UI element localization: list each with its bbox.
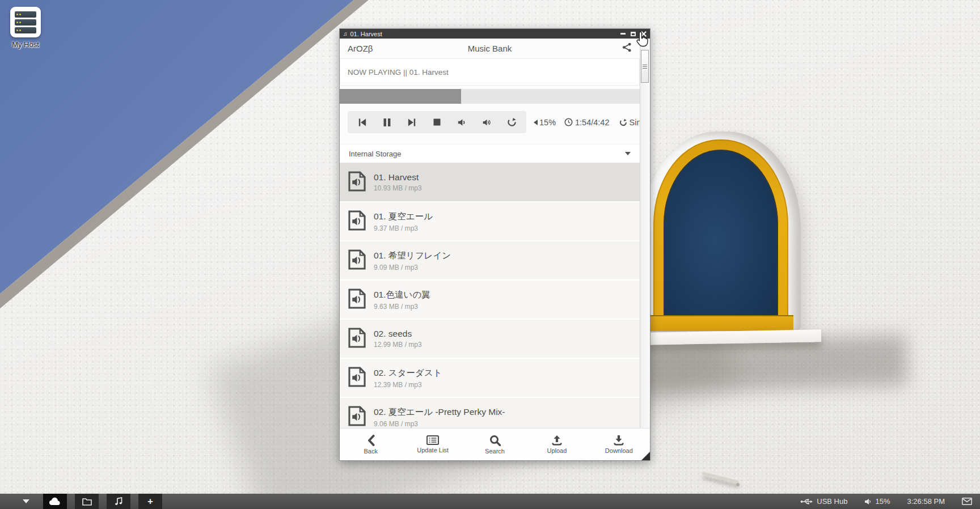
track-size: 9.37 MB / mp3 (374, 224, 433, 232)
seek-bar-fill (340, 89, 461, 104)
desktop-icon-label: My Host (6, 40, 45, 49)
taskbar-tile-add[interactable]: + (138, 494, 162, 509)
track-row[interactable]: 01.色違いの翼 9.63 MB / mp3 (340, 281, 640, 320)
usb-hub-status[interactable]: USB Hub (800, 497, 847, 506)
track-title: 01. 希望リフレイン (374, 250, 451, 262)
upload-button[interactable]: Upload (526, 429, 588, 460)
server-bar (15, 27, 36, 33)
maximize-button[interactable] (631, 32, 636, 36)
track-row[interactable]: 02. スターダスト 12.39 MB / mp3 (340, 359, 640, 398)
close-button[interactable] (641, 31, 647, 37)
folder-icon (82, 498, 92, 506)
usb-icon (800, 498, 813, 505)
storage-selector-value: Internal Storage (349, 150, 402, 158)
track-size: 12.39 MB / mp3 (374, 381, 442, 389)
track-title: 02. seeds (374, 329, 422, 339)
track-row[interactable]: 01. Harvest 10.93 MB / mp3 (340, 163, 640, 202)
back-button[interactable]: Back (340, 429, 402, 460)
volume-up-icon[interactable] (482, 117, 492, 127)
app-title: Music Bank (340, 44, 640, 53)
track-size: 10.93 MB / mp3 (374, 184, 422, 192)
wallpaper-arch-window-glass (664, 150, 778, 316)
window-titlebar[interactable]: ♫ 01. Harvest (340, 29, 650, 39)
taskbar-expand-caret-icon[interactable] (23, 499, 29, 503)
scrollbar-thumb[interactable] (641, 50, 649, 83)
search-button[interactable]: Search (464, 429, 526, 460)
track-title: 02. スターダスト (374, 367, 442, 379)
window-title: 01. Harvest (350, 31, 382, 37)
taskbar-tile-music[interactable] (107, 494, 130, 509)
track-title: 01. 夏空エール (374, 211, 433, 223)
previous-icon[interactable] (357, 117, 367, 127)
window-scrollbar[interactable] (640, 39, 650, 428)
repeat-icon (619, 118, 627, 126)
volume-triangle-icon (534, 120, 538, 125)
track-meta: 01.色違いの翼 9.63 MB / mp3 (374, 289, 430, 311)
audio-file-icon (348, 405, 366, 429)
download-icon (613, 435, 624, 446)
music-player-window: ♫ 01. Harvest Music Bank ArOZβ NOW PLA (339, 28, 650, 461)
share-icon[interactable] (622, 43, 632, 54)
server-icon (10, 7, 41, 37)
audio-file-icon (348, 288, 366, 312)
speaker-icon (864, 498, 871, 505)
wallpaper-arch-window-frame (653, 139, 788, 324)
repeat-icon[interactable] (507, 117, 517, 127)
volume-value: 15% (539, 118, 556, 127)
now-playing-text: NOW PLAYING || 01. Harvest (348, 68, 449, 77)
clock-status: 3:26:58 PM (907, 497, 945, 506)
track-title: 02. 夏空エール -Pretty Perky Mix- (374, 406, 505, 418)
update-list-button[interactable]: Update List (402, 429, 463, 460)
back-icon (367, 435, 375, 446)
stop-icon[interactable] (432, 117, 442, 127)
upload-icon (551, 435, 563, 446)
track-meta: 01. 希望リフレイン 9.09 MB / mp3 (374, 250, 451, 272)
storage-selector[interactable]: Internal Storage (340, 144, 640, 163)
update-list-label: Update List (417, 447, 449, 453)
download-button[interactable]: Download (588, 429, 650, 460)
taskbar-tile-cloud[interactable] (43, 494, 67, 509)
music-icon (115, 497, 122, 506)
clock-label: 3:26:58 PM (907, 497, 945, 506)
track-meta: 02. 夏空エール -Pretty Perky Mix- 9.06 MB / m… (374, 406, 505, 428)
taskbar: + USB Hub 15% 3:26:58 PM (0, 494, 980, 509)
usb-hub-label: USB Hub (817, 497, 847, 506)
wallpaper-pipe (702, 472, 738, 483)
volume-down-icon[interactable] (457, 117, 467, 127)
seek-bar[interactable] (340, 89, 640, 104)
track-meta: 01. Harvest 10.93 MB / mp3 (374, 172, 422, 192)
track-row[interactable]: 01. 夏空エール 9.37 MB / mp3 (340, 202, 640, 241)
track-list: 01. Harvest 10.93 MB / mp3 01. 夏空エール 9.3… (340, 163, 640, 437)
track-row[interactable]: 01. 希望リフレイン 9.09 MB / mp3 (340, 241, 640, 281)
volume-status[interactable]: 15% (864, 497, 890, 506)
app-header: Music Bank ArOZβ (340, 39, 640, 58)
music-note-icon: ♫ (343, 31, 348, 37)
taskbar-status-area: USB Hub 15% 3:26:58 PM (800, 494, 972, 509)
search-label: Search (485, 448, 505, 455)
back-label: Back (364, 448, 377, 455)
messages-status[interactable] (962, 498, 972, 505)
track-meta: 02. スターダスト 12.39 MB / mp3 (374, 367, 442, 389)
next-icon[interactable] (407, 117, 417, 127)
taskbar-tile-files[interactable] (75, 494, 99, 509)
wallpaper-pipe-dot (736, 483, 740, 486)
resize-handle[interactable] (641, 452, 650, 460)
bottom-toolbar: Back Update List Search Upload Download (340, 428, 650, 460)
clock-icon (564, 118, 573, 126)
audio-file-icon (348, 327, 366, 351)
track-title: 01. Harvest (374, 172, 422, 183)
track-row[interactable]: 02. seeds 12.99 MB / mp3 (340, 320, 640, 359)
track-meta: 02. seeds 12.99 MB / mp3 (374, 329, 422, 349)
audio-file-icon (348, 210, 366, 234)
track-size: 9.09 MB / mp3 (374, 264, 451, 272)
minimize-button[interactable] (620, 33, 626, 35)
volume-indicator[interactable]: 15% (534, 118, 556, 127)
pause-icon[interactable] (382, 117, 392, 127)
update-list-icon (426, 435, 439, 445)
transport-controls: 15% 1:54/4:42 Single (340, 104, 640, 139)
track-title: 01.色違いの翼 (374, 289, 430, 301)
volume-status-label: 15% (875, 497, 890, 506)
track-size: 9.06 MB / mp3 (374, 420, 505, 428)
desktop-icon-my-host[interactable]: My Host (6, 7, 45, 49)
transport-button-group (348, 111, 526, 133)
